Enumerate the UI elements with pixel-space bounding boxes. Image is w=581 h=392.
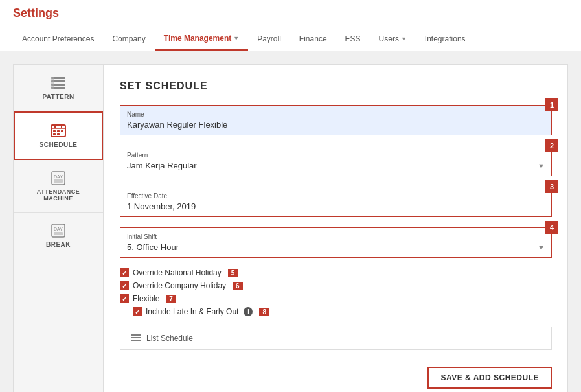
sidebar-item-attendance-machine-label: ATTENDANCEMACHINE [37, 189, 80, 202]
checkbox-flexible-box[interactable]: ✓ [120, 294, 129, 303]
attendance-machine-icon: DAY [49, 170, 67, 186]
nav-users[interactable]: Users ▼ [370, 28, 416, 50]
sidebar-item-schedule[interactable]: SCHEDULE [14, 111, 103, 160]
step-badge-4: 4 [545, 221, 558, 234]
sidebar-item-break-label: BREAK [46, 241, 71, 248]
list-schedule-bar[interactable]: List Schedule [120, 327, 552, 350]
nav-company[interactable]: Company [103, 28, 154, 50]
sidebar-item-break[interactable]: DAY BREAK [14, 213, 103, 259]
list-icon [131, 334, 141, 343]
step-badge-1: 1 [545, 98, 558, 111]
field-pattern-value: Jam Kerja Regular [127, 161, 197, 170]
nav-finance[interactable]: Finance [290, 28, 336, 50]
svg-rect-11 [61, 130, 63, 132]
field-name-value: Karyawan Reguler Flexible [127, 120, 545, 130]
field-initial-shift-section: Initial Shift 5. Office Hour ▼ 4 [120, 227, 552, 258]
chevron-down-icon: ▼ [538, 162, 545, 170]
svg-rect-12 [53, 133, 56, 135]
step-num-5: 5 [228, 269, 238, 277]
svg-rect-10 [57, 130, 60, 132]
page-title: Settings [13, 6, 568, 20]
svg-rect-16 [54, 179, 63, 183]
pattern-icon [49, 75, 67, 91]
checkbox-flexible-label: Flexible [133, 294, 159, 303]
field-initial-shift-box[interactable]: Initial Shift 5. Office Hour ▼ [120, 227, 552, 258]
field-initial-shift-value: 5. Office Hour [127, 242, 179, 252]
sidebar-item-pattern-label: PATTERN [42, 93, 74, 100]
svg-rect-9 [53, 130, 56, 132]
checkbox-national-holiday-label: Override National Holiday [133, 268, 222, 277]
checkbox-late-early-box[interactable]: ✓ [133, 307, 142, 316]
svg-text:DAY: DAY [54, 174, 63, 179]
field-effective-date-section: Effective Date 1 November, 2019 3 [120, 187, 552, 217]
svg-rect-19 [54, 232, 63, 235]
chevron-down-icon: ▼ [538, 244, 545, 251]
field-name-box[interactable]: Name Karyawan Reguler Flexible [120, 105, 552, 135]
field-effective-date-label: Effective Date [127, 192, 545, 200]
nav-account-preferences[interactable]: Account Preferences [13, 28, 103, 50]
step-num-6: 6 [233, 282, 243, 290]
svg-rect-4 [51, 77, 54, 89]
nav-integrations[interactable]: Integrations [416, 28, 475, 50]
field-effective-date-value: 1 November, 2019 [127, 202, 545, 211]
break-icon: DAY [49, 223, 67, 238]
checkbox-override-national-holiday[interactable]: ✓ Override National Holiday 5 [120, 268, 552, 277]
step-num-8: 8 [259, 308, 269, 316]
info-icon: i [244, 307, 253, 316]
bottom-actions: SAVE & ADD SCHEDULE [120, 360, 552, 389]
chevron-down-icon: ▼ [401, 36, 407, 42]
svg-rect-13 [57, 133, 60, 135]
checkbox-include-late-in-early-out[interactable]: ✓ Include Late In & Early Out i 8 [133, 307, 552, 316]
list-schedule-label: List Schedule [146, 334, 193, 343]
checkbox-section: ✓ Override National Holiday 5 ✓ Override… [120, 268, 552, 316]
checkbox-override-company-holiday[interactable]: ✓ Override Company Holiday 6 [120, 281, 552, 290]
checkbox-company-holiday-box[interactable]: ✓ [120, 281, 129, 290]
svg-text:DAY: DAY [54, 227, 63, 231]
field-effective-date-box[interactable]: Effective Date 1 November, 2019 [120, 187, 552, 217]
step-num-7: 7 [166, 295, 176, 303]
field-pattern-box[interactable]: Pattern Jam Kerja Regular ▼ [120, 146, 552, 176]
nav-ess[interactable]: ESS [336, 28, 370, 50]
field-name-label: Name [127, 111, 545, 118]
step-badge-3: 3 [545, 180, 558, 193]
sidebar: PATTERN SCHEDULE [13, 64, 104, 392]
checkbox-company-holiday-label: Override Company Holiday [133, 281, 226, 290]
nav-time-management[interactable]: Time Management ▼ [155, 27, 248, 51]
field-pattern-section: Pattern Jam Kerja Regular ▼ 2 [120, 146, 552, 176]
field-initial-shift-label: Initial Shift [127, 233, 545, 240]
sidebar-item-pattern[interactable]: PATTERN [14, 65, 103, 111]
sidebar-item-attendance-machine[interactable]: DAY ATTENDANCEMACHINE [14, 160, 103, 213]
nav-payroll[interactable]: Payroll [248, 28, 290, 50]
set-schedule-title: SET SCHEDULE [120, 80, 552, 92]
checkbox-late-early-label: Include Late In & Early Out [146, 307, 238, 316]
field-pattern-label: Pattern [127, 152, 545, 159]
content-area: SET SCHEDULE Name Karyawan Reguler Flexi… [104, 64, 568, 392]
checkbox-national-holiday-box[interactable]: ✓ [120, 268, 129, 277]
save-add-schedule-button[interactable]: SAVE & ADD SCHEDULE [427, 367, 552, 389]
field-name-section: Name Karyawan Reguler Flexible 1 [120, 105, 552, 135]
sidebar-item-schedule-label: SCHEDULE [39, 141, 77, 148]
nav-bar: Account Preferences Company Time Managem… [0, 27, 581, 51]
step-badge-2: 2 [545, 139, 558, 152]
schedule-icon [49, 123, 67, 139]
chevron-down-icon: ▼ [233, 35, 239, 41]
checkbox-flexible[interactable]: ✓ Flexible 7 [120, 294, 552, 303]
